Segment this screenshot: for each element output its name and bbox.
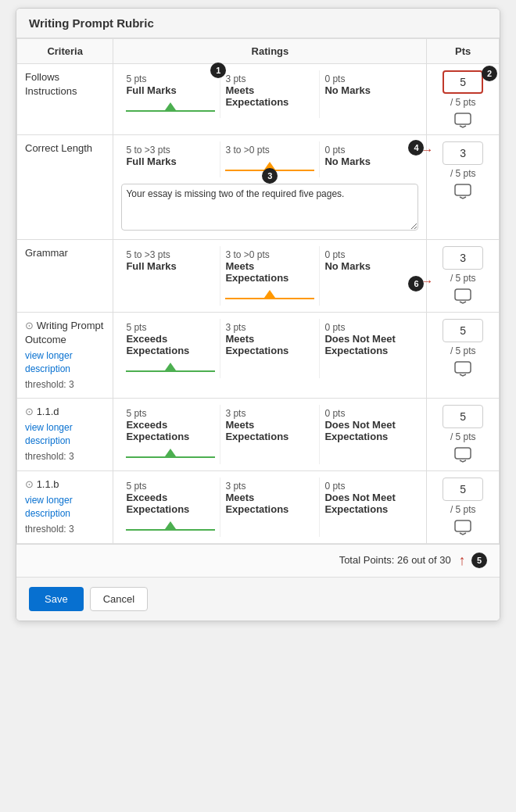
pts-cell-grammar: / 5 pts 6→ xyxy=(427,240,500,313)
pts-cell-writing-prompt-outcome: / 5 pts xyxy=(427,313,500,399)
triangle-marker-icon xyxy=(264,290,275,298)
rating-label: Meets Expectations xyxy=(225,84,314,108)
max-pts-label: / 5 pts xyxy=(435,504,491,515)
table-row: ⊙ 1.1.bview longer descriptionthreshold:… xyxy=(17,470,500,543)
comment-button[interactable] xyxy=(454,361,471,377)
table-row: ⊙ Writing Prompt Outcomeview longer desc… xyxy=(17,313,500,399)
rating-label: Full Marks xyxy=(126,260,215,272)
rating-option[interactable]: 3 to >0 ptsMeets Expectations xyxy=(220,246,320,306)
rating-pts: 0 pts xyxy=(324,73,414,84)
selection-line xyxy=(126,370,215,372)
rating-option[interactable]: 0 ptsDoes Not Meet Expectations xyxy=(320,405,418,464)
rating-pts: 0 pts xyxy=(324,408,414,419)
score-input[interactable] xyxy=(443,70,483,94)
selected-indicator xyxy=(126,101,215,115)
feedback-textarea[interactable]: Your essay is missing two of the require… xyxy=(121,184,418,231)
selection-line xyxy=(225,298,314,299)
comment-button[interactable] xyxy=(454,288,471,304)
rating-pts: 0 pts xyxy=(324,249,414,260)
comment-button[interactable] xyxy=(454,113,471,128)
rating-label: No Marks xyxy=(324,260,414,272)
score-input[interactable] xyxy=(443,246,483,270)
max-pts-label: / 5 pts xyxy=(435,168,491,179)
rating-option[interactable]: 5 to >3 ptsFull Marks xyxy=(121,246,220,306)
cancel-button[interactable]: Cancel xyxy=(90,587,148,611)
svg-rect-0 xyxy=(455,113,471,124)
ratings-cell-outcome-1-1-d: 5 ptsExceeds Expectations3 ptsMeets Expe… xyxy=(113,398,427,470)
rating-option[interactable]: 5 ptsExceeds Expectations xyxy=(121,478,220,537)
score-input[interactable] xyxy=(443,319,483,342)
outcome-icon: ⊙ xyxy=(25,406,37,417)
rating-option[interactable]: 0 ptsNo Marks xyxy=(320,246,418,306)
rating-option[interactable]: 3 ptsMeets Expectations xyxy=(220,319,320,378)
criteria-cell-grammar: Grammar xyxy=(17,240,113,313)
score-input[interactable] xyxy=(443,141,483,165)
selected-indicator xyxy=(126,447,215,461)
rating-option[interactable]: 3 ptsMeets Expectations xyxy=(220,405,320,464)
view-longer-link[interactable]: view longer description xyxy=(25,349,105,376)
total-points-label: Total Points: 26 out of 30 xyxy=(339,554,451,566)
rating-option[interactable]: 0 ptsNo Marks xyxy=(320,70,418,118)
selection-line xyxy=(126,529,215,531)
pts-cell-outcome-1-1-d: / 5 pts xyxy=(427,398,500,470)
comment-button[interactable] xyxy=(454,184,471,199)
selected-indicator xyxy=(126,520,215,534)
rating-pts: 3 pts xyxy=(225,322,314,333)
outcome-icon: ⊙ xyxy=(25,478,37,490)
rating-option[interactable]: 0 ptsNo Marks xyxy=(320,141,418,177)
comment-button[interactable] xyxy=(454,520,471,535)
svg-rect-2 xyxy=(455,289,471,300)
rating-pts: 5 pts xyxy=(126,322,215,333)
rating-option[interactable]: 3 ptsMeets Expectations xyxy=(220,70,320,118)
rating-pts: 0 pts xyxy=(324,322,414,333)
rating-pts: 3 to >0 pts xyxy=(225,145,314,156)
rating-option[interactable]: 3 to >0 pts3 xyxy=(220,141,320,177)
criteria-cell-writing-prompt-outcome: ⊙ Writing Prompt Outcomeview longer desc… xyxy=(17,313,113,399)
outcome-icon: ⊙ xyxy=(25,320,37,331)
rating-option[interactable]: 5 ptsFull Marks1 xyxy=(121,70,220,118)
rating-option[interactable]: 5 ptsExceeds Expectations xyxy=(121,319,220,378)
threshold-label: threshold: 3 xyxy=(25,523,105,536)
ratings-cell-writing-prompt-outcome: 5 ptsExceeds Expectations3 ptsMeets Expe… xyxy=(113,313,427,399)
selection-line xyxy=(126,456,215,458)
selected-indicator xyxy=(225,288,314,302)
comment-button[interactable] xyxy=(454,447,471,463)
max-pts-label: / 5 pts xyxy=(435,273,491,284)
total-arrow-icon: ↑ xyxy=(458,553,465,569)
rating-pts: 3 pts xyxy=(225,73,314,84)
svg-rect-1 xyxy=(455,184,471,195)
pts-cell-correct-length: / 5 pts 4→ xyxy=(427,135,500,240)
rating-pts: 3 pts xyxy=(225,408,314,419)
rating-label: Exceeds Expectations xyxy=(126,333,215,356)
threshold-label: threshold: 3 xyxy=(25,450,105,463)
rating-pts: 5 pts xyxy=(126,481,215,492)
save-button[interactable]: Save xyxy=(29,587,84,611)
rating-option[interactable]: 5 to >3 ptsFull Marks xyxy=(121,141,220,177)
triangle-marker-icon xyxy=(165,102,176,110)
annotation-badge-3: 3 xyxy=(262,168,278,184)
table-row: Grammar5 to >3 ptsFull Marks3 to >0 ptsM… xyxy=(17,240,500,313)
rating-option[interactable]: 0 ptsDoes Not Meet Expectations xyxy=(320,478,418,537)
criteria-label: Writing Prompt Outcome xyxy=(25,320,103,345)
score-input[interactable] xyxy=(443,405,483,428)
rating-pts: 0 pts xyxy=(324,145,414,156)
svg-rect-3 xyxy=(455,362,471,373)
header-ratings: Ratings xyxy=(113,39,427,64)
rating-label: Exceeds Expectations xyxy=(126,492,215,515)
rating-option[interactable]: 5 ptsExceeds Expectations xyxy=(121,405,220,464)
criteria-cell-correct-length: Correct Length xyxy=(17,135,113,240)
rating-pts: 0 pts xyxy=(324,481,414,492)
svg-rect-5 xyxy=(455,520,471,531)
view-longer-link[interactable]: view longer description xyxy=(25,421,105,448)
rating-label: Exceeds Expectations xyxy=(126,419,215,442)
table-row: Correct Length5 to >3 ptsFull Marks3 to … xyxy=(17,135,500,240)
rating-option[interactable]: 3 ptsMeets Expectations xyxy=(220,478,320,537)
view-longer-link[interactable]: view longer description xyxy=(25,494,105,520)
rating-option[interactable]: 0 ptsDoes Not Meet Expectations xyxy=(320,319,418,378)
rating-pts: 3 pts xyxy=(225,481,314,492)
score-input[interactable] xyxy=(443,478,483,501)
ratings-cell-grammar: 5 to >3 ptsFull Marks3 to >0 ptsMeets Ex… xyxy=(113,240,427,313)
criteria-cell-follows-instructions: Follows Instructions xyxy=(17,64,113,135)
criteria-cell-outcome-1-1-b: ⊙ 1.1.bview longer descriptionthreshold:… xyxy=(17,470,113,543)
ratings-cell-follows-instructions: 5 ptsFull Marks13 ptsMeets Expectations0… xyxy=(113,64,427,135)
